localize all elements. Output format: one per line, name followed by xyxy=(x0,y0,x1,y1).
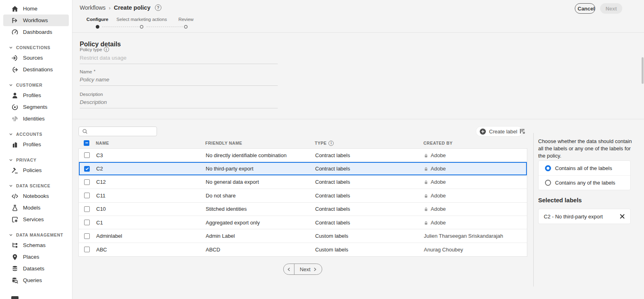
sidebar-item-schemas[interactable]: Schemas xyxy=(3,239,69,251)
row-checkbox[interactable] xyxy=(84,220,90,225)
lock-icon xyxy=(424,221,428,225)
sidebar-section-data-science[interactable]: DATA SCIENCE xyxy=(0,181,72,190)
lock-icon xyxy=(424,207,428,212)
sidebar-item-segments[interactable]: Segments xyxy=(3,101,69,113)
previous-page-button[interactable] xyxy=(284,264,295,274)
sidebar: HomeWorkflowsDashboardsCONNECTIONSSource… xyxy=(0,0,72,299)
table-row-c1[interactable]: C1Aggregated export onlyContract labelsA… xyxy=(79,216,527,229)
flask-icon xyxy=(11,204,19,212)
sidebar-item-models[interactable]: Models xyxy=(3,202,69,214)
cell-type: Contract labels xyxy=(315,206,424,212)
divider xyxy=(72,32,644,33)
cell-type: Custom labels xyxy=(315,247,424,253)
sidebar-item-profiles[interactable]: Profiles xyxy=(3,89,69,101)
sidebar-section-privacy[interactable]: PRIVACY xyxy=(0,156,72,164)
table-row-c10[interactable]: C10Stitched identitiesContract labelsAdo… xyxy=(79,203,527,216)
sidebar-item-profiles[interactable]: Profiles xyxy=(3,139,69,150)
table-row-c12[interactable]: C12No general data exportContract labels… xyxy=(79,176,527,189)
sidebar-item-sources[interactable]: Sources xyxy=(3,52,69,64)
table-row-c3[interactable]: C3No directly identifiable combinationCo… xyxy=(79,149,527,162)
sidebar-item-home[interactable]: Home xyxy=(3,3,69,15)
cancel-button[interactable]: Cancel xyxy=(575,3,595,14)
column-settings-icon[interactable] xyxy=(519,128,526,135)
services-icon xyxy=(11,216,19,223)
cell-friendly-name: Stitched identities xyxy=(206,206,315,212)
scrollbar-thumb[interactable] xyxy=(642,57,644,84)
panel-description: Choose whether the data should contain a… xyxy=(538,138,633,160)
step-label: Review xyxy=(178,17,194,22)
sources-icon xyxy=(11,54,19,62)
remove-label-icon[interactable] xyxy=(619,214,625,219)
table-row-abc[interactable]: ABCABCDCustom labelsAnurag Choubey xyxy=(79,243,527,256)
radio-icon[interactable] xyxy=(545,180,551,186)
sidebar-nav: HomeWorkflowsDashboardsCONNECTIONSSource… xyxy=(0,0,72,286)
sidebar-item-workflows[interactable]: Workflows xyxy=(3,15,69,26)
create-label-button[interactable]: Create label xyxy=(476,126,523,137)
segments-icon xyxy=(11,104,19,111)
help-icon[interactable]: ? xyxy=(155,4,161,11)
option-contains-all[interactable]: Contains all of the labels xyxy=(539,161,630,175)
required-asterisk: * xyxy=(94,69,95,74)
info-icon[interactable]: i xyxy=(104,47,109,52)
search-icon xyxy=(82,129,88,134)
code-icon xyxy=(11,193,19,200)
sidebar-item-datasets[interactable]: Datasets xyxy=(3,263,69,274)
cell-created-by: Adobe xyxy=(424,206,527,212)
sidebar-section-data-management[interactable]: DATA MANAGEMENT xyxy=(0,230,72,239)
divider xyxy=(72,119,644,119)
select-all-checkbox[interactable] xyxy=(84,140,89,146)
breadcrumb-separator-icon: › xyxy=(109,5,110,11)
row-checkbox[interactable] xyxy=(84,206,90,212)
table-row-adminlabel[interactable]: AdminlabelAdmin LabelCustom labelsJulien… xyxy=(79,229,527,243)
row-checkbox[interactable] xyxy=(84,233,90,239)
building-icon xyxy=(11,141,19,148)
queries-icon xyxy=(11,277,19,284)
main-content: Workflows › Create policy ? Cancel Next … xyxy=(72,0,644,299)
row-checkbox[interactable] xyxy=(84,179,90,185)
row-checkbox[interactable] xyxy=(84,152,90,158)
row-checkbox[interactable] xyxy=(84,247,90,252)
column-header-friendly-name: FRIENDLY NAME xyxy=(205,141,315,145)
breadcrumb-workflows-link[interactable]: Workflows xyxy=(80,4,105,11)
cell-created-by: Adobe xyxy=(424,152,527,158)
cell-name: C10 xyxy=(96,206,206,212)
cell-created-by: Adobe xyxy=(424,166,527,172)
policy-type-label: Policy type i xyxy=(80,47,109,52)
radio-selected-icon[interactable] xyxy=(545,165,551,171)
row-checkbox[interactable] xyxy=(84,193,90,198)
sidebar-item-dashboards[interactable]: Dashboards xyxy=(3,26,69,38)
breadcrumb: Workflows › Create policy ? xyxy=(80,4,161,11)
row-checkbox[interactable] xyxy=(84,166,90,172)
cell-type: Contract labels xyxy=(315,193,424,199)
sidebar-item-policies[interactable]: Policies xyxy=(3,164,69,176)
next-page-button[interactable]: Next xyxy=(295,264,322,274)
cell-type: Contract labels xyxy=(315,220,424,226)
pagination: Next xyxy=(283,264,322,275)
sidebar-item-identities[interactable]: Identities xyxy=(3,113,69,125)
option-contains-any[interactable]: Contains any of the labels xyxy=(539,175,630,190)
info-icon[interactable]: i xyxy=(328,141,334,146)
sidebar-section-connections[interactable]: CONNECTIONS xyxy=(0,43,72,52)
sidebar-section-accounts[interactable]: ACCOUNTS xyxy=(0,130,72,139)
column-header-created-by: CREATED BY xyxy=(423,141,527,145)
table-row-c2[interactable]: C2No third-party exportContract labelsAd… xyxy=(79,162,527,175)
next-button[interactable]: Next xyxy=(600,3,622,14)
sidebar-section-customer[interactable]: CUSTOMER xyxy=(0,81,72,89)
search-input[interactable] xyxy=(91,128,157,135)
table-row-c11[interactable]: C11Do not shareContract labelsAdobe xyxy=(79,189,527,202)
description-input[interactable] xyxy=(80,99,278,108)
sidebar-item-places[interactable]: Places xyxy=(3,251,69,263)
policy-name-input[interactable] xyxy=(80,77,278,86)
sidebar-item-queries[interactable]: Queries xyxy=(3,274,69,286)
sidebar-item-services[interactable]: Services xyxy=(3,214,69,225)
label-match-options: Contains all of the labels Contains any … xyxy=(538,160,631,190)
cell-friendly-name: Do not share xyxy=(206,193,315,199)
sidebar-item-destinations[interactable]: Destinations xyxy=(3,64,69,75)
policy-type-value: Restrict data usage xyxy=(80,55,278,64)
home-icon xyxy=(11,5,19,12)
sidebar-item-notebooks[interactable]: Notebooks xyxy=(3,190,69,202)
panel-divider xyxy=(533,133,534,287)
cell-type: Contract labels xyxy=(315,166,424,172)
description-label: Description xyxy=(80,92,103,97)
chevron-down-icon xyxy=(9,46,13,50)
